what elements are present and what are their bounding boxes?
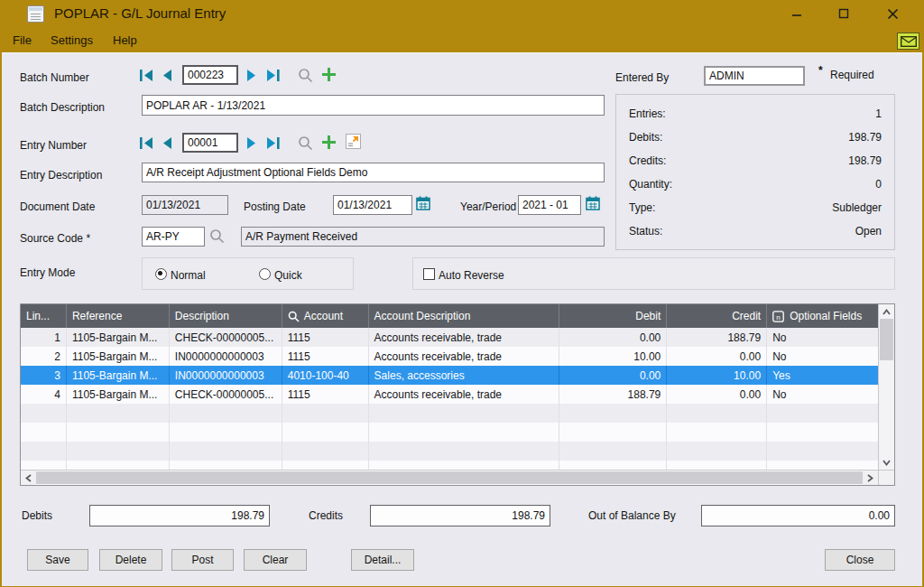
entry-description-label: Entry Description: [20, 169, 102, 182]
optional-fields-icon: n: [772, 311, 784, 322]
horizontal-scrollbar[interactable]: [21, 470, 878, 485]
window-title: POPLAR - G/L Journal Entry: [54, 5, 226, 21]
entry-next-record-icon[interactable]: [246, 137, 257, 149]
required-asterisk: *: [818, 64, 823, 77]
empty-row: [21, 423, 878, 442]
status-value: Open: [855, 225, 882, 238]
col-header-credit[interactable]: Credit: [667, 304, 767, 328]
entry-number-label: Entry Number: [20, 139, 87, 152]
year-period-label: Year/Period: [460, 200, 516, 213]
entry-last-record-icon[interactable]: [265, 137, 280, 149]
delete-button[interactable]: Delete: [99, 549, 162, 571]
horizontal-scroll-thumb[interactable]: [36, 471, 863, 484]
debits-stat-value: 198.79: [848, 131, 882, 144]
auto-reverse-group: Auto Reverse: [412, 257, 895, 290]
vertical-scroll-thumb[interactable]: [880, 319, 893, 360]
entry-mode-normal-radio[interactable]: [155, 268, 167, 280]
entry-number-input[interactable]: 00001: [182, 133, 238, 153]
year-period-input[interactable]: 2021 - 01: [518, 195, 581, 215]
required-note: Required: [830, 69, 874, 81]
app-window: POPLAR - G/L Journal Entry File Settings…: [0, 0, 924, 587]
batch-number-input[interactable]: 000223: [182, 65, 238, 85]
document-date-field: 01/13/2021: [142, 195, 228, 215]
col-header-line[interactable]: Lin...: [21, 304, 67, 328]
col-header-optional-fields[interactable]: n Optional Fields: [767, 304, 878, 328]
credits-stat-label: Credits:: [629, 154, 666, 167]
entry-finder-search-icon[interactable]: [298, 135, 313, 151]
totals-credits-value: 198.79: [370, 505, 550, 526]
entered-by-label: Entered By: [615, 71, 669, 84]
post-button[interactable]: Post: [171, 549, 234, 571]
entry-mode-group: Normal Quick: [142, 257, 354, 290]
credits-stat-value: 198.79: [848, 154, 882, 167]
source-code-description-field: A/R Payment Received: [241, 227, 605, 247]
menu-settings[interactable]: Settings: [51, 33, 93, 47]
close-button[interactable]: Close: [825, 549, 895, 571]
posting-date-label: Posting Date: [244, 200, 306, 213]
posting-date-input[interactable]: 01/13/2021: [333, 195, 412, 215]
scroll-up-icon[interactable]: [879, 304, 894, 319]
entry-mode-quick-label: Quick: [274, 269, 302, 282]
col-header-debit[interactable]: Debit: [559, 304, 667, 328]
posting-date-calendar-icon[interactable]: [416, 196, 430, 210]
detail-zoom-icon[interactable]: [346, 134, 361, 149]
minimize-button[interactable]: [781, 3, 812, 24]
scrollbar-corner: [879, 470, 894, 485]
year-period-calendar-icon[interactable]: [586, 196, 600, 210]
source-code-input[interactable]: AR-PY: [142, 227, 205, 247]
form-area: Batch Number 000223 Entered By ADMIN * R…: [2, 52, 922, 586]
auto-reverse-checkbox[interactable]: [423, 268, 435, 280]
scroll-down-icon[interactable]: [879, 455, 894, 470]
previous-record-icon[interactable]: [162, 70, 172, 81]
source-code-label: Source Code *: [20, 232, 90, 245]
quantity-value: 0: [875, 178, 882, 191]
col-header-account[interactable]: Account: [282, 304, 369, 328]
table-row[interactable]: 4 1105-Bargain M... CHECK-00000005... 11…: [21, 385, 878, 404]
totals-debits-label: Debits: [22, 509, 52, 522]
account-search-icon: [288, 311, 300, 322]
col-header-account-description[interactable]: Account Description: [369, 304, 560, 328]
scroll-left-icon[interactable]: [21, 471, 36, 485]
batch-description-input[interactable]: POPLAR AR - 1/13/2021: [142, 95, 605, 116]
new-batch-plus-icon[interactable]: [322, 68, 336, 81]
first-record-icon[interactable]: [140, 70, 154, 81]
save-button[interactable]: Save: [27, 549, 88, 571]
entry-mode-quick-radio[interactable]: [259, 268, 271, 280]
table-row[interactable]: 1 1105-Bargain M... CHECK-00000005... 11…: [21, 328, 878, 347]
detail-button[interactable]: Detail...: [351, 549, 414, 571]
batch-number-label: Batch Number: [20, 71, 89, 84]
col-header-description[interactable]: Description: [170, 304, 282, 328]
title-bar: POPLAR - G/L Journal Entry: [0, 0, 924, 27]
entered-by-input[interactable]: ADMIN: [704, 66, 805, 86]
entry-mode-normal-label: Normal: [171, 269, 206, 282]
close-window-button[interactable]: [877, 3, 908, 24]
batch-finder-search-icon[interactable]: [298, 68, 313, 83]
journal-notepad-icon: [27, 5, 44, 23]
menu-file[interactable]: File: [13, 33, 32, 47]
batch-description-label: Batch Description: [20, 101, 105, 114]
debits-stat-label: Debits:: [629, 131, 662, 144]
svg-text:n: n: [776, 312, 780, 321]
maximize-button[interactable]: [828, 3, 859, 24]
menu-help[interactable]: Help: [113, 33, 137, 47]
entry-previous-record-icon[interactable]: [162, 137, 172, 149]
entries-label: Entries:: [629, 107, 666, 120]
entry-mode-label: Entry Mode: [20, 266, 75, 279]
next-record-icon[interactable]: [246, 70, 257, 81]
table-row[interactable]: 2 1105-Bargain M... IN0000000000003 1115…: [21, 347, 878, 366]
entry-description-input[interactable]: A/R Receipt Adjustment Optional Fields D…: [142, 163, 605, 182]
table-row-selected[interactable]: 3 1105-Bargain M... IN0000000000003 4010…: [21, 366, 878, 385]
source-code-search-icon[interactable]: [209, 228, 225, 244]
empty-row: [21, 442, 878, 461]
empty-row: [21, 461, 878, 470]
vertical-scrollbar[interactable]: [878, 304, 894, 485]
type-value: Subledger: [832, 201, 882, 214]
envelope-icon[interactable]: [897, 33, 919, 50]
clear-button[interactable]: Clear: [244, 549, 307, 571]
entry-first-record-icon[interactable]: [140, 137, 154, 149]
scroll-right-icon[interactable]: [863, 471, 878, 485]
last-record-icon[interactable]: [265, 70, 280, 81]
col-header-reference[interactable]: Reference: [67, 304, 170, 328]
new-entry-plus-icon[interactable]: [322, 135, 336, 149]
entries-value: 1: [875, 107, 882, 120]
